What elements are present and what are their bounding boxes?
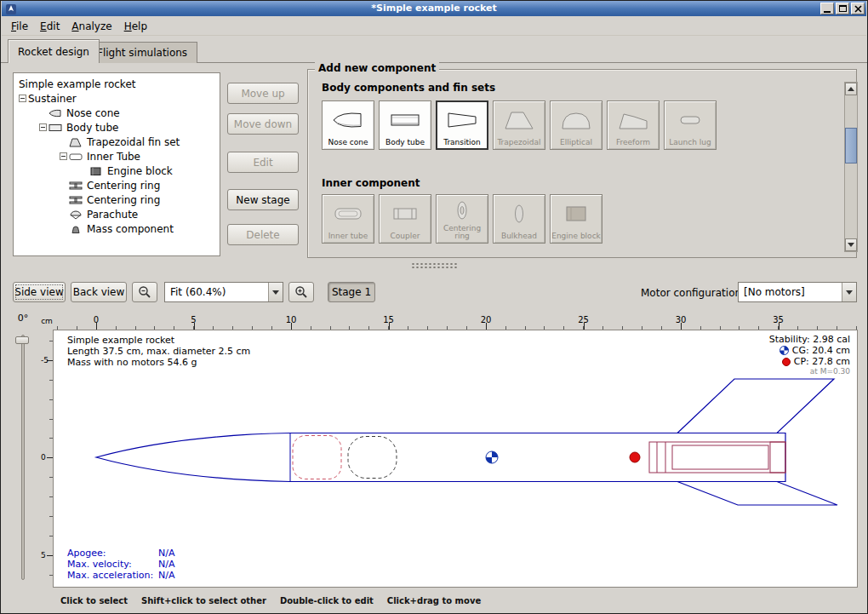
- max-velocity-label: Max. velocity:: [67, 559, 158, 570]
- add-elliptical-fin-button[interactable]: Elliptical: [550, 100, 602, 150]
- window-title: *Simple example rocket: [2, 1, 866, 16]
- max-acceleration-label: Max. acceleration:: [67, 570, 158, 581]
- stage-toggle-button[interactable]: Stage 1: [328, 282, 375, 302]
- add-launch-lug-button[interactable]: Launch lug: [664, 100, 717, 150]
- add-trapezoidal-fin-button[interactable]: Trapezoidal: [493, 100, 545, 150]
- menu-help[interactable]: Help: [118, 18, 153, 35]
- ruler-tick-label: 20: [481, 315, 492, 324]
- close-button[interactable]: [851, 3, 865, 14]
- ruler-tick-label: 5: [41, 551, 46, 559]
- tree-item-label: Mass component: [87, 223, 174, 235]
- rotation-slider[interactable]: [21, 335, 25, 580]
- menu-analyze[interactable]: Analyze: [66, 18, 117, 35]
- add-freeform-fin-button[interactable]: Freeform: [607, 100, 660, 150]
- tree-item-mass-component[interactable]: Mass component: [14, 221, 220, 236]
- move-down-button[interactable]: Move down: [227, 113, 299, 135]
- body-tube-icon: [49, 123, 64, 133]
- ruler-tick-label: 0: [94, 315, 99, 324]
- zoom-out-button[interactable]: [132, 282, 157, 302]
- rotation-slider-thumb[interactable]: [15, 336, 29, 344]
- tab-flight-simulations[interactable]: Flight simulations: [87, 42, 197, 63]
- menu-bar: File Edit Analyze Help: [2, 17, 866, 36]
- button-label: Centering ring: [437, 225, 487, 243]
- move-up-button[interactable]: Move up: [227, 83, 299, 104]
- new-stage-button[interactable]: New stage: [227, 189, 299, 210]
- zoom-in-button[interactable]: [288, 282, 314, 302]
- maximize-button[interactable]: [836, 3, 849, 14]
- edit-button[interactable]: Edit: [227, 152, 299, 173]
- add-coupler-button[interactable]: Coupler: [379, 194, 431, 244]
- scroll-down-button[interactable]: [845, 238, 857, 251]
- add-inner-tube-button[interactable]: Inner tube: [322, 194, 374, 244]
- component-scrollbar[interactable]: [844, 82, 858, 252]
- chevron-down-icon: [272, 290, 279, 298]
- collapse-icon[interactable]: [60, 152, 67, 160]
- scrollbar-track[interactable]: [845, 95, 857, 238]
- dropdown-arrow-button[interactable]: [842, 283, 856, 301]
- button-label: Trapezoidal: [497, 139, 540, 149]
- inner-component-label: Inner component: [322, 177, 420, 189]
- rocket-body-outline[interactable]: [96, 433, 785, 482]
- minimize-icon: [824, 11, 831, 13]
- engine-block-icon: [89, 166, 105, 176]
- tree-item-parachute[interactable]: Parachute: [14, 207, 220, 221]
- tree-item-body-tube[interactable]: Body tube: [14, 120, 220, 135]
- menu-edit[interactable]: Edit: [34, 18, 66, 35]
- zoom-value: Fit (60.4%): [170, 286, 226, 298]
- stability-value: Stability: 2.98 cal: [769, 334, 850, 345]
- add-bulkhead-button[interactable]: Bulkhead: [493, 194, 545, 244]
- rocket-canvas[interactable]: Simple example rocket Length 37.5 cm, ma…: [54, 330, 857, 587]
- tree-item-label: Sustainer: [28, 93, 77, 105]
- tree-item-label: Centering ring: [87, 180, 160, 192]
- tree-item-trapezoidal-fin-set[interactable]: Trapezoidal fin set: [14, 135, 220, 149]
- motor-configuration-select[interactable]: [No motors]: [738, 282, 857, 302]
- tree-item-rocket[interactable]: Simple example rocket: [14, 77, 220, 91]
- rocket-name: Simple example rocket: [67, 335, 250, 346]
- tab-rocket-design[interactable]: Rocket design: [8, 39, 100, 63]
- stability-info: Stability: 2.98 cal CG: 20.4 cm CP: 27.8…: [769, 334, 850, 376]
- tree-item-centering-ring-2[interactable]: Centering ring: [14, 192, 220, 207]
- tree-item-engine-block[interactable]: Engine block: [14, 164, 220, 178]
- tree-item-label: Trapezoidal fin set: [87, 136, 180, 148]
- scroll-up-button[interactable]: [845, 83, 857, 95]
- minimize-button[interactable]: [820, 3, 834, 14]
- tree-item-sustainer[interactable]: Sustainer: [14, 91, 220, 106]
- zoom-select[interactable]: Fit (60.4%): [164, 282, 283, 302]
- ruler-unit-label: cm: [40, 315, 54, 330]
- back-view-button[interactable]: Back view: [71, 282, 127, 302]
- rotation-value: 0°: [11, 313, 35, 324]
- button-label: Launch lug: [669, 139, 711, 149]
- tree-item-inner-tube[interactable]: Inner Tube: [14, 149, 220, 164]
- add-transition-button[interactable]: Transition: [436, 100, 488, 150]
- launch-lug-icon: [665, 101, 716, 139]
- title-bar[interactable]: *Simple example rocket: [2, 1, 866, 16]
- splitter-handle[interactable]: [411, 262, 459, 268]
- tree-item-label: Centering ring: [87, 194, 160, 206]
- bulkhead-icon: [494, 195, 545, 232]
- centering-ring-icon: [69, 181, 84, 191]
- collapse-icon[interactable]: [19, 95, 26, 102]
- add-engine-block-button[interactable]: Engine block: [550, 194, 602, 244]
- scrollbar-thumb[interactable]: [845, 128, 857, 164]
- component-tree[interactable]: Simple example rocket Sustainer Nose con…: [13, 72, 220, 256]
- rocket-info: Simple example rocket Length 37.5 cm, ma…: [67, 335, 250, 368]
- ruler-tick-label: -5: [41, 356, 49, 364]
- dropdown-arrow-button[interactable]: [268, 283, 283, 301]
- add-body-tube-button[interactable]: Body tube: [379, 100, 431, 150]
- hint-click-drag: Click+drag to move: [387, 596, 481, 605]
- nose-cone-icon: [49, 108, 64, 118]
- tree-item-nose-cone[interactable]: Nose cone: [14, 106, 220, 120]
- tree-item-centering-ring-1[interactable]: Centering ring: [14, 178, 220, 192]
- menu-file[interactable]: File: [5, 18, 34, 35]
- mass-component-icon: [69, 224, 84, 234]
- ruler-tick-label: 5: [191, 315, 196, 324]
- ruler-tick-label: 35: [773, 315, 784, 324]
- collapse-icon[interactable]: [39, 123, 47, 131]
- app-icon[interactable]: [5, 3, 17, 14]
- apogee-value: N/A: [158, 548, 174, 559]
- delete-button[interactable]: Delete: [227, 224, 299, 245]
- add-nose-cone-button[interactable]: Nose cone: [322, 100, 374, 150]
- side-view-button[interactable]: Side view: [13, 282, 66, 302]
- flight-data: Apogee:N/A Max. velocity:N/A Max. accele…: [67, 548, 174, 581]
- add-centering-ring-button[interactable]: Centering ring: [436, 194, 488, 244]
